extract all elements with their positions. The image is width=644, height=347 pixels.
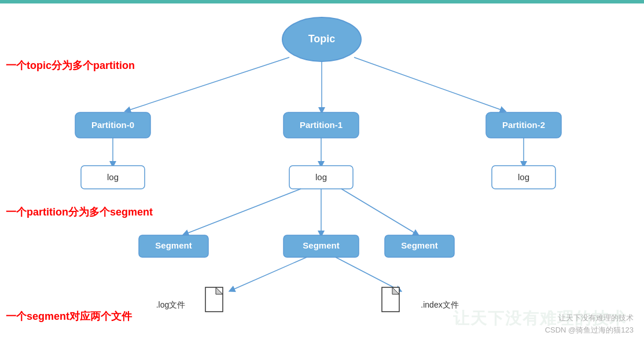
watermark: 让天下没有难理的技术 CSDN @骑鱼过海的猫123 [545,312,634,337]
svg-line-21 [341,189,417,234]
svg-text:Segment: Segment [155,240,192,250]
watermark-line2: CSDN @骑鱼过海的猫123 [545,324,634,337]
svg-text:Segment: Segment [401,240,437,250]
diagram-svg: Topic Partition-0 Partition-1 Partition-… [0,3,644,347]
svg-line-28 [231,257,307,290]
svg-marker-30 [205,287,223,312]
svg-text:.index文件: .index文件 [421,300,458,309]
svg-line-1 [127,57,289,111]
svg-marker-34 [382,287,399,312]
annotation-segment-files: 一个segment对应两个文件 [6,309,132,323]
annotation-partition-segment: 一个partition分为多个segment [6,205,153,219]
diagram-container: Topic Partition-0 Partition-1 Partition-… [0,3,644,347]
svg-line-3 [354,57,503,111]
svg-line-19 [185,189,301,234]
svg-text:log: log [107,172,119,182]
svg-text:Partition-1: Partition-1 [300,120,343,130]
svg-text:log: log [518,172,529,182]
watermark-line1: 让天下没有难理的技术 [545,312,634,324]
svg-line-29 [336,257,399,290]
svg-text:Segment: Segment [303,240,339,250]
topic-label: Topic [308,33,336,45]
svg-text:Partition-2: Partition-2 [502,120,545,130]
svg-text:.log文件: .log文件 [156,300,186,309]
annotation-topic-partition: 一个topic分为多个partition [6,59,135,72]
svg-text:Partition-0: Partition-0 [91,120,134,130]
svg-text:log: log [315,172,327,182]
